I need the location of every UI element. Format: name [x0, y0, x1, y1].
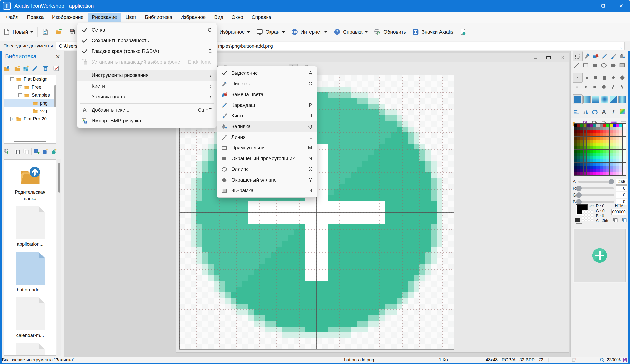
palette-color[interactable]: [593, 150, 596, 153]
palette-color[interactable]: [603, 156, 606, 159]
palette-color[interactable]: [584, 124, 586, 127]
palette-color[interactable]: [600, 153, 603, 156]
palette-color[interactable]: [596, 169, 600, 172]
menubar-item[interactable]: Цвет: [121, 13, 141, 22]
palette-color[interactable]: [587, 153, 590, 156]
palette-color[interactable]: [587, 137, 590, 140]
file-item[interactable]: [4, 343, 56, 356]
menubar-item[interactable]: Справка: [248, 13, 275, 22]
palette-color[interactable]: [603, 172, 606, 175]
Экран-button[interactable]: Экран: [253, 25, 288, 39]
palette-color[interactable]: [593, 172, 596, 175]
palette-color[interactable]: [613, 143, 616, 146]
palette-color[interactable]: [613, 169, 616, 172]
fill-style-radial-button[interactable]: [600, 95, 609, 104]
palette-color[interactable]: [613, 153, 616, 156]
menubar-item[interactable]: Окно: [228, 13, 248, 22]
palette-color[interactable]: [610, 143, 612, 146]
palette-color[interactable]: [606, 146, 609, 149]
palette-color[interactable]: [606, 166, 609, 169]
palette-color[interactable]: [590, 124, 593, 127]
palette-color[interactable]: [606, 127, 609, 130]
globedown-button[interactable]: [3, 148, 10, 155]
maximize-button[interactable]: [594, 0, 612, 12]
fill-style-mirror-button[interactable]: [618, 95, 626, 104]
html-color-input[interactable]: 000000: [611, 209, 626, 215]
palette-color[interactable]: [603, 159, 606, 162]
palette-color[interactable]: [622, 163, 626, 166]
fill-style-v-button[interactable]: [592, 95, 600, 104]
palette-color[interactable]: [616, 127, 619, 130]
palette-color[interactable]: [574, 166, 577, 169]
palette-color[interactable]: [580, 130, 583, 133]
palette-color[interactable]: [619, 146, 622, 149]
palette-color[interactable]: [606, 143, 609, 146]
palette-color[interactable]: [584, 159, 586, 162]
palette-color[interactable]: [580, 153, 583, 156]
palette-color[interactable]: [577, 153, 580, 156]
palette-color[interactable]: [584, 140, 586, 143]
palette-color[interactable]: [577, 133, 580, 136]
slider-value[interactable]: 255: [616, 179, 627, 185]
palette-color[interactable]: [596, 130, 600, 133]
folderup-button[interactable]: [3, 65, 10, 72]
palette-color[interactable]: [606, 140, 609, 143]
eraser-tool-button[interactable]: [592, 52, 600, 60]
palette-color[interactable]: [574, 146, 577, 149]
palette-color[interactable]: [580, 140, 583, 143]
menubar-item[interactable]: Файл: [2, 13, 22, 22]
slider-value[interactable]: 0: [616, 185, 627, 191]
palette-color[interactable]: [606, 172, 609, 175]
Значки Axialis-button[interactable]: Значки Axialis: [409, 25, 456, 39]
a-slider[interactable]: A255: [572, 179, 627, 185]
palette-color[interactable]: [577, 140, 580, 143]
fliph-button[interactable]: [572, 108, 581, 116]
palette-color[interactable]: [610, 163, 612, 166]
palette-color[interactable]: [584, 127, 586, 130]
save-button[interactable]: [66, 25, 79, 39]
menu-item[interactable]: ЭллипсX: [217, 164, 317, 175]
menu-item[interactable]: AДобавить текст...Ctrl+T: [77, 105, 216, 115]
palette-color[interactable]: [606, 169, 609, 172]
palette-color[interactable]: [600, 169, 603, 172]
palette-color[interactable]: [596, 137, 600, 140]
slider-track[interactable]: [578, 181, 614, 183]
copy-button[interactable]: [14, 148, 21, 155]
palette-color[interactable]: [603, 169, 606, 172]
palette-color[interactable]: [622, 169, 626, 172]
palette-color[interactable]: [622, 150, 626, 153]
palette-color[interactable]: [590, 127, 593, 130]
palette-color[interactable]: [580, 127, 583, 130]
palette-color[interactable]: [613, 137, 616, 140]
palette-color[interactable]: [610, 166, 612, 169]
file-list-scrollbar[interactable]: [58, 159, 61, 356]
file-item[interactable]: Родительская папка: [4, 164, 56, 202]
palette-color[interactable]: [600, 163, 603, 166]
palette-color[interactable]: [610, 137, 612, 140]
palette-color[interactable]: [590, 133, 593, 136]
palette-color[interactable]: [577, 150, 580, 153]
palette-color[interactable]: [613, 124, 616, 127]
palette-color[interactable]: [610, 124, 612, 127]
palette-color[interactable]: [622, 140, 626, 143]
palette-color[interactable]: [619, 124, 622, 127]
palette-color[interactable]: [616, 153, 619, 156]
paste-button[interactable]: [22, 148, 30, 155]
palette-color[interactable]: [587, 127, 590, 130]
palette-color[interactable]: [610, 172, 612, 175]
brush-shape-button[interactable]: [618, 83, 626, 91]
palette-color[interactable]: [600, 124, 603, 127]
palette-color[interactable]: [577, 127, 580, 130]
doc-info-button[interactable]: i: [456, 25, 470, 39]
palette-color[interactable]: [600, 140, 603, 143]
palette-color[interactable]: [587, 166, 590, 169]
menu-item[interactable]: Кисти›: [77, 81, 216, 91]
palette-color[interactable]: [574, 163, 577, 166]
menubar-item[interactable]: Вид: [210, 13, 227, 22]
palette-color[interactable]: [619, 153, 622, 156]
palette-color[interactable]: [584, 133, 586, 136]
expand-icon[interactable]: +: [10, 117, 14, 121]
palette-color[interactable]: [616, 150, 619, 153]
menu-item[interactable]: Заливка цвета›: [77, 91, 216, 102]
palette-color[interactable]: [610, 156, 612, 159]
